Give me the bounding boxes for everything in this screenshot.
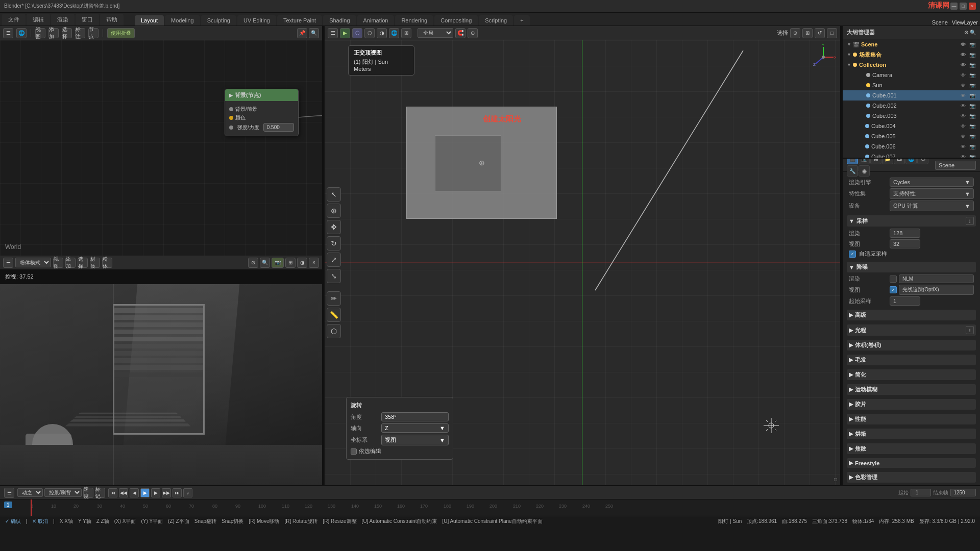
light-paths-menu[interactable]: ⋮ xyxy=(966,326,974,334)
render-select-btn[interactable]: 选择 xyxy=(78,258,88,268)
maximize-button[interactable]: □ xyxy=(960,3,967,10)
outliner-sun[interactable]: ▶ Sun 👁 📷 xyxy=(843,80,980,90)
caustics-header[interactable]: ▶ 焦散 xyxy=(847,443,976,454)
outliner-cube002[interactable]: ▶ Cube.002 👁 📷 xyxy=(843,101,980,111)
node-nodes-btn[interactable]: 节点 xyxy=(88,28,99,38)
tab-texture-paint[interactable]: Texture Paint xyxy=(277,15,322,26)
tl-marker-btn[interactable]: 标记 xyxy=(95,488,105,498)
node-use-nodes-btn[interactable]: 使用折叠 xyxy=(107,28,135,38)
cube007-render-icon[interactable]: 📷 xyxy=(969,153,976,159)
tl-prev-frame[interactable]: ◀ xyxy=(130,488,139,497)
select-tool-btn[interactable]: ↖ xyxy=(327,187,341,202)
render-overlay-btn[interactable]: ⊞ xyxy=(285,258,296,268)
outliner-cube006[interactable]: Cube.006 👁 📷 xyxy=(843,141,980,152)
node-annotate-btn[interactable]: 标注 xyxy=(75,28,85,38)
render-mat-btn[interactable]: 材质 xyxy=(90,258,100,268)
node-editor-canvas[interactable]: ▶ 背景(节点) 背景/前景 颜色 xyxy=(0,40,322,256)
operator-checkbox[interactable] xyxy=(351,448,357,455)
outliner-scene-header[interactable]: ▼ 🎬 Scene 👁 📷 xyxy=(843,39,980,49)
light-paths-header[interactable]: ▶ 光程 ⋮ xyxy=(847,324,976,336)
cube002-vis-icon[interactable]: 👁 xyxy=(960,102,967,109)
prop-tab-world[interactable]: 🌐 xyxy=(905,159,917,164)
render-shading-btn[interactable]: ◑ xyxy=(297,258,307,268)
viewport-canvas[interactable]: 正交顶视图 (1) 阳灯 | Sun Meters ⊕ 创建太阳光 ↖ ⊕ xyxy=(325,40,840,485)
start-sample-input[interactable] xyxy=(890,296,920,306)
render-body-btn[interactable]: 粉体 xyxy=(102,258,112,268)
render-menu-btn[interactable]: ☰ xyxy=(3,258,13,268)
prop-tab-output[interactable]: 🖨 xyxy=(870,159,881,164)
end-frame-input[interactable] xyxy=(950,489,976,496)
vp-view-select[interactable]: 全局 xyxy=(418,28,453,38)
sun-vis-icon[interactable]: 👁 xyxy=(960,82,967,89)
tab-window[interactable]: 窗口 xyxy=(76,14,99,26)
vp-solid-btn[interactable]: ⬡ xyxy=(352,28,362,38)
outliner-filter-btn[interactable]: ⊙ xyxy=(964,30,968,35)
node-editor-menu-btn[interactable]: ☰ xyxy=(3,28,13,38)
film-header[interactable]: ▶ 胶片 xyxy=(847,399,976,410)
advanced-header[interactable]: ▶ 高级 xyxy=(847,310,976,320)
tl-next-keyframe[interactable]: ▶▶ xyxy=(162,488,171,497)
render-close-btn[interactable]: × xyxy=(309,258,319,268)
cube001-render-icon[interactable]: 📷 xyxy=(969,92,976,99)
denoise-viewport-method[interactable]: 光线追踪(OptiX) xyxy=(899,285,974,295)
outliner-cube007[interactable]: Cube.007 👁 📷 xyxy=(843,152,980,159)
prop-tab-view[interactable]: 📁 xyxy=(882,159,893,164)
start-frame-input[interactable] xyxy=(911,489,931,496)
tab-rendering[interactable]: Rendering xyxy=(395,15,433,26)
tab-animation[interactable]: Animation xyxy=(357,15,395,26)
simplify-header[interactable]: ▶ 简化 xyxy=(847,369,976,380)
col-vis-icon[interactable]: 👁 xyxy=(960,61,967,68)
render-nav-btn[interactable]: 🔍 xyxy=(260,258,270,268)
vp-render-btn[interactable]: 🌐 xyxy=(389,28,399,38)
vp-mat-btn[interactable]: ◑ xyxy=(377,28,387,38)
scale-tool-btn[interactable]: ⤢ xyxy=(327,253,341,267)
operator-space-dropdown[interactable]: 视图 ▼ xyxy=(381,435,449,445)
tl-play[interactable]: ▶ xyxy=(140,488,150,497)
tab-add[interactable]: + xyxy=(514,15,529,26)
outliner-cube004[interactable]: Cube.004 👁 📷 xyxy=(843,121,980,131)
tl-jump-start[interactable]: ⏮ xyxy=(108,488,117,497)
sc-render-icon[interactable]: 📷 xyxy=(969,51,976,58)
cam-vis-icon[interactable]: 👁 xyxy=(960,71,967,79)
scene-name-input[interactable] xyxy=(935,161,976,170)
adaptive-checkbox[interactable]: ✓ xyxy=(849,251,856,258)
operator-angle-value[interactable]: 358° xyxy=(381,412,449,421)
col-render-icon[interactable]: 📷 xyxy=(969,61,976,68)
tl-mode-select[interactable]: 动之 xyxy=(17,488,43,497)
background-strength-field[interactable]: 0.500 xyxy=(263,123,294,132)
tab-file[interactable]: 文件 xyxy=(2,14,26,26)
color-management-header[interactable]: ▶ 色彩管理 xyxy=(847,472,976,483)
sun-render-icon[interactable]: 📷 xyxy=(969,82,976,89)
tab-sculpting[interactable]: Sculpting xyxy=(201,15,236,26)
add-cube-btn[interactable]: ⬡ xyxy=(327,324,341,338)
denoise-render-checkbox[interactable] xyxy=(890,276,897,283)
move-tool-btn[interactable]: ✥ xyxy=(327,220,341,234)
outliner-camera[interactable]: ▶ Camera 👁 📷 xyxy=(843,70,980,80)
render-samples-input[interactable] xyxy=(890,229,920,238)
tab-render-menu[interactable]: 渲染 xyxy=(51,14,75,26)
vp-viewport-btn[interactable]: □ xyxy=(827,28,837,38)
vp-gizmo-btn[interactable]: ↺ xyxy=(815,28,825,38)
tab-modeling[interactable]: Modeling xyxy=(165,15,200,26)
tl-next-frame[interactable]: ▶ xyxy=(151,488,160,497)
sc-vis-icon[interactable]: 👁 xyxy=(960,51,967,58)
vp-overlay-btn[interactable]: ⊞ xyxy=(802,28,813,38)
performance-header[interactable]: ▶ 性能 xyxy=(847,414,976,424)
scene-collection-header[interactable]: ▼ 场景集合 👁 📷 xyxy=(843,49,980,60)
node-select-btn[interactable]: 选择 xyxy=(62,28,72,38)
render-mode-select[interactable]: 粉体模式 xyxy=(15,258,51,267)
render-engine-value[interactable]: Cycles ▼ xyxy=(890,178,974,187)
node-type-btn[interactable]: 🌐 xyxy=(16,28,27,38)
minimize-button[interactable]: — xyxy=(950,3,958,10)
cube004-vis-icon[interactable]: 👁 xyxy=(960,122,967,130)
cube007-vis-icon[interactable]: 👁 xyxy=(960,153,967,159)
render-camera-btn[interactable]: 📷 xyxy=(272,258,284,268)
cam-render-icon[interactable]: 📷 xyxy=(969,71,976,79)
cursor-tool-btn[interactable]: ⊕ xyxy=(327,204,341,218)
collection-header[interactable]: ▼ Collection 👁 📷 xyxy=(843,60,980,70)
transform-tool-btn[interactable]: ⤡ xyxy=(327,269,341,283)
sampling-header[interactable]: ▼ 采样 ⋮ xyxy=(847,215,976,227)
cube003-vis-icon[interactable]: 👁 xyxy=(960,112,967,119)
render-add-btn[interactable]: 添加 xyxy=(65,258,76,268)
tl-audio[interactable]: ♪ xyxy=(183,488,192,497)
